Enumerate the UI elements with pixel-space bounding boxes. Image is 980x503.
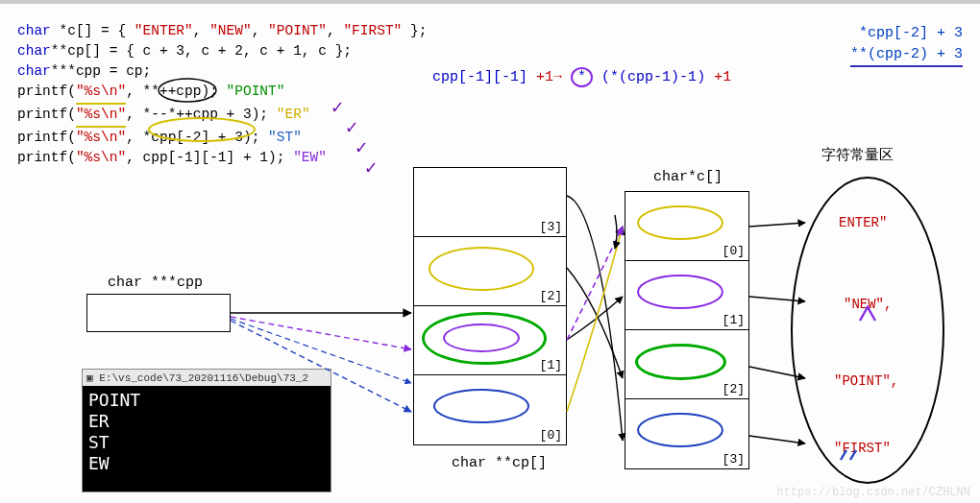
c-cell-1: [1] <box>625 261 748 330</box>
const-first: "FIRST" <box>834 441 891 456</box>
cp-cell-1: [1] <box>414 306 566 375</box>
cp-cell-0: [0] <box>414 375 566 444</box>
highlight-ellipse-blue <box>637 413 723 447</box>
const-enter: ENTER" <box>839 215 887 230</box>
watermark: https://blog.csdn.net/CZHLNN <box>776 486 970 499</box>
string-constant-area: ENTER" "NEW", "POINT", "FIRST" <box>791 157 954 493</box>
const-point: "POINT", <box>834 373 898 389</box>
code-line-3: char***cpp = cp; <box>17 61 427 82</box>
console-icon: ▣ <box>86 372 93 384</box>
highlight-ellipse-purple <box>637 275 723 309</box>
console-line: ER <box>88 411 325 432</box>
const-new: "NEW", <box>844 297 892 312</box>
equivalence-notes: *cpp[-2] + 3 **(cpp-2) + 3 <box>850 23 963 67</box>
note-expr-1: *cpp[-2] + 3 <box>850 23 963 44</box>
highlight-ellipse-purple <box>443 323 520 352</box>
code-line-5: printf("%s\n", *--*++cpp + 3); "ER" <box>17 105 427 128</box>
svg-line-1 <box>231 317 411 349</box>
console-body: POINT ER ST EW <box>83 386 331 491</box>
label-cp-array: char **cp[] <box>452 455 547 471</box>
highlight-ellipse-blue <box>433 389 529 423</box>
c-cell-2: [2] <box>625 330 748 399</box>
c-cell-0: [0] <box>625 192 748 261</box>
cp-array: [3] [2] [1] [0] <box>413 167 567 445</box>
checkmark-icon: ✓ <box>365 156 377 180</box>
c-array: [0] [1] [2] [3] <box>625 191 749 469</box>
console-line: ST <box>88 432 325 453</box>
code-line-4: printf("%s\n", **++cpp); "POINT" <box>17 82 427 105</box>
highlight-ellipse-green <box>635 344 726 380</box>
cpp-box <box>86 294 231 332</box>
cp-cell-3: [3] <box>414 168 566 237</box>
note-expr-2: **(cpp-2) + 3 <box>850 44 963 67</box>
keyword-char: char <box>17 23 51 38</box>
c-cell-3: [3] <box>625 399 748 468</box>
code-line-1: char *c[] = { "ENTER", "NEW", "POINT", "… <box>17 21 427 41</box>
highlight-ellipse-yellow <box>637 205 723 240</box>
console-line: EW <box>88 453 325 474</box>
center-expression: cpp[-1][-1] +1→ * (*(cpp-1)-1) +1 <box>432 69 731 85</box>
console-title: ▣ E:\vs_code\73_20201116\Debug\73_2 <box>83 370 331 386</box>
console-line: POINT <box>88 390 325 411</box>
code-line-2: char**cp[] = { c + 3, c + 2, c + 1, c }; <box>17 41 427 61</box>
label-c-array: char*c[] <box>653 169 723 185</box>
label-cpp: char ***cpp <box>108 275 203 291</box>
checkmark-icon: ✓ <box>331 95 343 119</box>
highlight-ellipse-yellow <box>429 247 534 291</box>
cp-cell-2: [2] <box>414 237 566 306</box>
console-window: ▣ E:\vs_code\73_20201116\Debug\73_2 POIN… <box>82 369 331 492</box>
